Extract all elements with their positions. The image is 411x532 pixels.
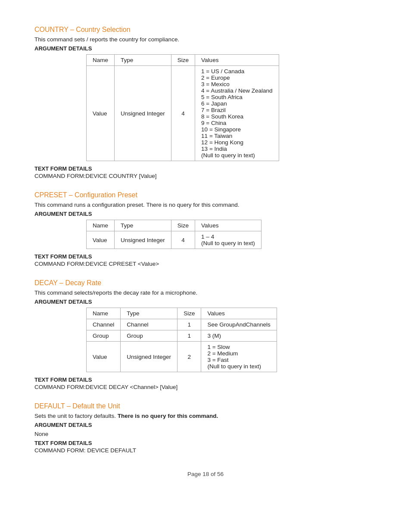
page-footer: Page 18 of 56 <box>34 471 377 477</box>
cpreset-col-name: Name <box>87 220 115 231</box>
decay-col-name: Name <box>87 308 121 319</box>
country-col-size: Size <box>171 55 195 66</box>
default-section: DEFAULT – Default the Unit Sets the unit… <box>34 402 377 454</box>
decay-section: DECAY – Decay Rate This command selects/… <box>34 279 377 390</box>
cpreset-col-size: Size <box>171 220 195 231</box>
decay-value-name: Value <box>87 342 121 372</box>
decay-desc: This command selects/reports the decay r… <box>34 289 377 296</box>
cpreset-col-type: Type <box>115 220 171 231</box>
decay-group-size: 1 <box>177 330 201 342</box>
country-desc: This command sets / reports the country … <box>34 36 377 43</box>
country-table-container: Name Type Size Values Value Unsigned Int… <box>86 54 377 161</box>
country-col-type: Type <box>115 55 171 66</box>
default-argument-none: None <box>34 431 377 437</box>
country-row-name: Value <box>87 66 115 161</box>
cpreset-col-values: Values <box>195 220 262 231</box>
default-desc: Sets the unit to factory defaults. There… <box>34 413 377 419</box>
country-title: COUNTRY – Country Selection <box>34 26 377 34</box>
country-row-size: 4 <box>171 66 195 161</box>
decay-value-values: 1 = Slow 2 = Medium 3 = Fast (Null to qu… <box>201 342 277 372</box>
country-text-form-label: TEXT FORM DETAILS <box>34 165 377 172</box>
cpreset-table: Name Type Size Values Value Unsigned Int… <box>86 220 262 249</box>
default-text-form-value: COMMAND FORM: DEVICE DEFAULT <box>34 447 377 454</box>
decay-argument-label: ARGUMENT DETAILS <box>34 299 377 305</box>
decay-channel-values: See GroupAndChannels <box>201 319 277 330</box>
country-table: Name Type Size Values Value Unsigned Int… <box>86 54 279 161</box>
cpreset-title: CPRESET – Configuration Preset <box>34 191 377 199</box>
cpreset-table-container: Name Type Size Values Value Unsigned Int… <box>86 220 377 249</box>
decay-channel-size: 1 <box>177 319 201 330</box>
decay-col-values: Values <box>201 308 277 319</box>
decay-group-type: Group <box>121 330 177 342</box>
cpreset-row-name: Value <box>87 231 115 249</box>
decay-col-size: Size <box>177 308 201 319</box>
country-row-values: 1 = US / Canada 2 = Europe 3 = Mexico 4 … <box>195 66 279 161</box>
decay-group-values: 3 (M) <box>201 330 277 342</box>
cpreset-row-values: 1 – 4 (Null to query in text) <box>195 231 262 249</box>
cpreset-row-size: 4 <box>171 231 195 249</box>
country-argument-label: ARGUMENT DETAILS <box>34 45 377 52</box>
decay-value-type: Unsigned Integer <box>121 342 177 372</box>
country-col-values: Values <box>195 55 279 66</box>
decay-value-size: 2 <box>177 342 201 372</box>
country-col-name: Name <box>87 55 115 66</box>
cpreset-row-type: Unsigned Integer <box>115 231 171 249</box>
default-title: DEFAULT – Default the Unit <box>34 402 377 410</box>
default-desc-bold: There is no query for this command. <box>118 413 218 419</box>
decay-channel-type: Channel <box>121 319 177 330</box>
cpreset-desc: This command runs a configuration preset… <box>34 202 377 208</box>
decay-text-form-value: COMMAND FORM:DEVICE DECAY <Channel> [Val… <box>34 384 377 390</box>
country-section: COUNTRY – Country Selection This command… <box>34 26 377 179</box>
country-text-form-value: COMMAND FORM:DEVICE COUNTRY [Value] <box>34 173 377 179</box>
default-text-form-label: TEXT FORM DETAILS <box>34 440 377 446</box>
cpreset-section: CPRESET – Configuration Preset This comm… <box>34 191 377 267</box>
decay-table: Name Type Size Values Channel Channel 1 … <box>86 308 277 372</box>
decay-channel-name: Channel <box>87 319 121 330</box>
default-desc-plain: Sets the unit to factory defaults. <box>34 413 118 419</box>
decay-title: DECAY – Decay Rate <box>34 279 377 287</box>
decay-text-form-label: TEXT FORM DETAILS <box>34 376 377 383</box>
cpreset-argument-label: ARGUMENT DETAILS <box>34 211 377 217</box>
default-argument-label: ARGUMENT DETAILS <box>34 422 377 428</box>
decay-col-type: Type <box>121 308 177 319</box>
decay-table-container: Name Type Size Values Channel Channel 1 … <box>86 308 377 372</box>
cpreset-text-form-label: TEXT FORM DETAILS <box>34 253 377 260</box>
decay-group-name: Group <box>87 330 121 342</box>
country-row-type: Unsigned Integer <box>115 66 171 161</box>
cpreset-text-form-value: COMMAND FORM:DEVICE CPRESET <Value> <box>34 261 377 267</box>
